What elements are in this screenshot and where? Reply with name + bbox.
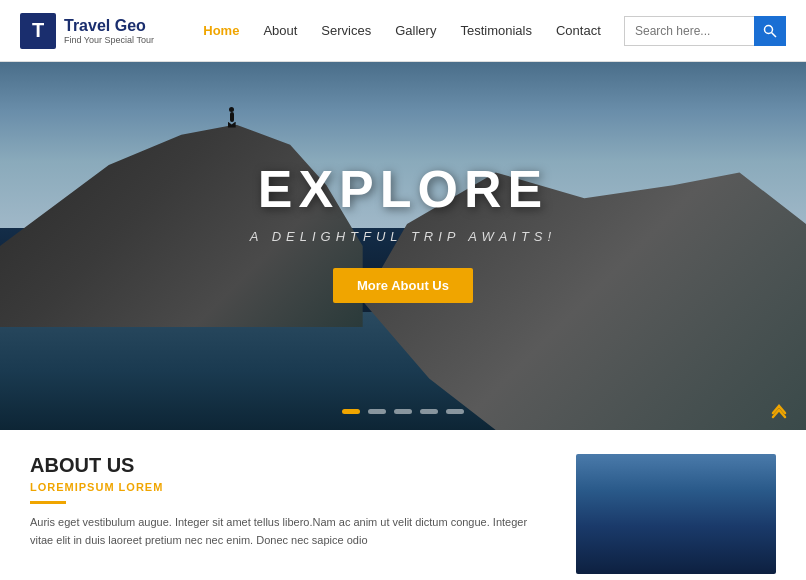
scroll-up-button[interactable] <box>768 398 790 420</box>
svg-point-0 <box>765 25 773 33</box>
about-image-bg <box>576 454 776 574</box>
nav-gallery[interactable]: Gallery <box>395 23 436 38</box>
nav-about[interactable]: About <box>263 23 297 38</box>
logo-subtitle: Find Your Special Tour <box>64 35 154 45</box>
about-title: ABOUT US <box>30 454 546 477</box>
slider-dot-1[interactable] <box>342 409 360 414</box>
nav-services[interactable]: Services <box>321 23 371 38</box>
header: T Travel Geo Find Your Special Tour Home… <box>0 0 806 62</box>
search-area <box>624 16 786 46</box>
logo-text: Travel Geo Find Your Special Tour <box>64 17 154 45</box>
about-text: ABOUT US LOREMIPSUM LOREM Auris eget ves… <box>30 454 546 578</box>
slider-dot-4[interactable] <box>420 409 438 414</box>
hero-title: EXPLORE <box>258 159 549 219</box>
about-description: Auris eget vestibulum augue. Integer sit… <box>30 514 546 549</box>
slider-dot-2[interactable] <box>368 409 386 414</box>
about-divider <box>30 501 66 504</box>
nav-contact[interactable]: Contact <box>556 23 601 38</box>
hero-section: EXPLORE A DELIGHTFUL TRIP AWAITS! More A… <box>0 62 806 430</box>
slider-dot-5[interactable] <box>446 409 464 414</box>
nav-testimonials[interactable]: Testimonials <box>460 23 532 38</box>
about-section: ABOUT US LOREMIPSUM LOREM Auris eget ves… <box>0 430 806 578</box>
chevron-up-icon <box>768 398 790 420</box>
logo-icon: T <box>20 13 56 49</box>
slider-dot-3[interactable] <box>394 409 412 414</box>
slider-dots <box>342 409 464 414</box>
about-lorem: LOREMIPSUM LOREM <box>30 481 546 493</box>
main-nav: Home About Services Gallery Testimonials… <box>180 23 624 38</box>
hero-cta-button[interactable]: More About Us <box>333 268 473 303</box>
logo-title: Travel Geo <box>64 17 154 35</box>
hero-content: EXPLORE A DELIGHTFUL TRIP AWAITS! More A… <box>0 62 806 430</box>
hero-subtitle: A DELIGHTFUL TRIP AWAITS! <box>250 229 556 244</box>
nav-home[interactable]: Home <box>203 23 239 38</box>
search-icon <box>763 24 777 38</box>
about-image <box>576 454 776 574</box>
svg-line-1 <box>772 32 777 37</box>
search-button[interactable] <box>754 16 786 46</box>
logo-area: T Travel Geo Find Your Special Tour <box>20 13 180 49</box>
search-input[interactable] <box>624 16 754 46</box>
